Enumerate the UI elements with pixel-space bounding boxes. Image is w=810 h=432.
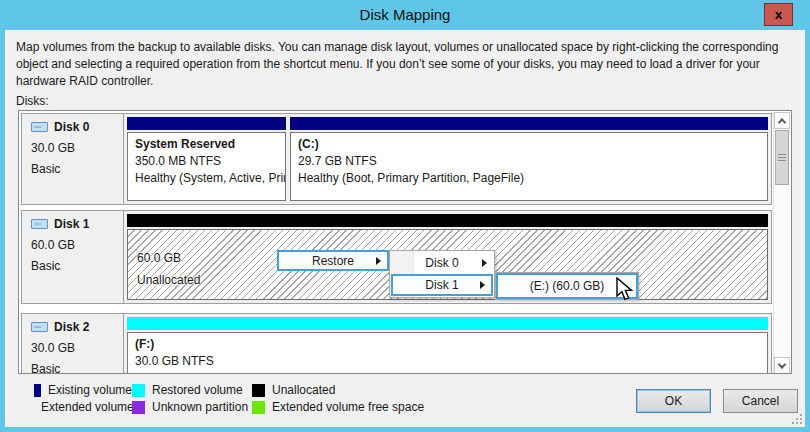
partition-status: Unallocated: [137, 269, 200, 291]
legend-unknown-partition: Unknown partition: [132, 399, 252, 415]
disk-0-info: Disk 0 30.0 GB Basic: [22, 114, 124, 204]
legend-label: Restored volume: [152, 383, 243, 397]
disk-list-scrollbar[interactable]: [773, 112, 790, 374]
restore-label: Restore: [312, 254, 354, 268]
disk-1-size: 60.0 GB: [31, 238, 121, 252]
target-volume-label: (E:) (60.0 GB): [530, 279, 605, 293]
submenu-item-disk-1[interactable]: Disk 1: [391, 274, 493, 296]
legend: Existing volume Restored volume Unalloca…: [34, 382, 424, 415]
disk-list: Disk 0 30.0 GB Basic System Reserved 350…: [18, 110, 792, 374]
disk-icon: [31, 322, 48, 332]
submenu-item-disk-0[interactable]: Disk 0: [391, 252, 493, 274]
disks-label: Disks:: [16, 94, 49, 108]
partition-color-band: [127, 214, 768, 227]
disk-0-menu-label: Disk 0: [425, 256, 458, 270]
partition-status: Healthy (System, Active, Primary Partiti…: [135, 170, 278, 187]
partition-info-box[interactable]: (F:) 30.0 GB NTFS: [127, 332, 768, 374]
disk-1-name: Disk 1: [54, 217, 89, 231]
disk-0-partitions: System Reserved 350.0 MB NTFS Healthy (S…: [124, 114, 771, 204]
dialog-title: Disk Mapping: [0, 0, 810, 30]
legend-label: Existing volume: [48, 383, 132, 397]
partition-title: System Reserved: [135, 136, 278, 153]
extended-volume-free-space-swatch: [252, 401, 265, 414]
disk-2-type: Basic: [31, 362, 121, 374]
chevron-down-icon: [778, 360, 786, 368]
partition-color-band: [127, 117, 286, 130]
legend-existing-volume: Existing volume: [34, 382, 132, 398]
submenu-item-target-volume[interactable]: (E:) (60.0 GB): [496, 273, 638, 299]
unallocated-text: 60.0 GB Unallocated: [137, 247, 200, 291]
chevron-up-icon: [778, 118, 786, 126]
legend-label: Extended volume: [41, 400, 134, 414]
disk-0-name: Disk 0: [54, 120, 89, 134]
scroll-up-button[interactable]: [774, 112, 790, 129]
disk-2-partitions: (F:) 30.0 GB NTFS: [124, 314, 771, 374]
partition-info-box[interactable]: (C:) 29.7 GB NTFS Healthy (Boot, Primary…: [290, 132, 768, 201]
disk-1-type: Basic: [31, 259, 121, 273]
legend-label: Unallocated: [272, 383, 335, 397]
scrollbar-grip-icon: [778, 154, 786, 162]
disk-1-name-row: Disk 1: [31, 217, 121, 231]
partition-color-band: [127, 317, 768, 330]
close-button[interactable]: x: [764, 3, 793, 26]
legend-unallocated: Unallocated: [252, 382, 424, 398]
partition-c[interactable]: (C:) 29.7 GB NTFS Healthy (Boot, Primary…: [290, 117, 768, 201]
restore-submenu: Disk 0 Disk 1: [389, 250, 495, 298]
legend-label: Extended volume free space: [272, 400, 424, 414]
restored-volume-swatch: [132, 384, 145, 397]
disk-row-2[interactable]: Disk 2 30.0 GB Basic (F:) 30.0 GB NTFS: [21, 313, 772, 374]
partition-size: 350.0 MB NTFS: [135, 153, 278, 170]
existing-volume-swatch: [34, 384, 41, 397]
disk-icon: [31, 122, 48, 132]
disk-mapping-dialog: Disk Mapping x Map volumes from the back…: [0, 0, 810, 432]
disk-icon: [31, 219, 48, 229]
partition-status: Healthy (Boot, Primary Partition, PageFi…: [298, 170, 760, 187]
legend-label: Unknown partition: [152, 400, 248, 414]
title-bar: Disk Mapping x: [0, 0, 810, 30]
disk-0-type: Basic: [31, 162, 121, 176]
dialog-content: Map volumes from the backup to available…: [5, 30, 805, 427]
partition-size: 30.0 GB NTFS: [135, 353, 760, 370]
partition-title: (F:): [135, 336, 760, 353]
disk-1-info: Disk 1 60.0 GB Basic: [22, 211, 124, 303]
partition-color-band: [290, 117, 768, 130]
partition-size: 29.7 GB NTFS: [298, 153, 760, 170]
disk-2-info: Disk 2 30.0 GB Basic: [22, 314, 124, 374]
unallocated-swatch: [252, 384, 265, 397]
disk-2-name-row: Disk 2: [31, 320, 121, 334]
partition-f[interactable]: (F:) 30.0 GB NTFS: [127, 317, 768, 374]
legend-extended-volume-free-space: Extended volume free space: [252, 399, 424, 415]
legend-restored-volume: Restored volume: [132, 382, 252, 398]
context-menu-restore[interactable]: Restore: [277, 250, 389, 271]
scroll-down-button[interactable]: [774, 357, 790, 374]
partition-system-reserved[interactable]: System Reserved 350.0 MB NTFS Healthy (S…: [127, 117, 286, 201]
resize-grip[interactable]: [792, 414, 802, 424]
scrollbar-thumb[interactable]: [775, 130, 789, 185]
partition-info-box[interactable]: System Reserved 350.0 MB NTFS Healthy (S…: [127, 132, 286, 201]
partition-size: 60.0 GB: [137, 247, 200, 269]
ok-button[interactable]: OK: [636, 389, 711, 413]
description-text: Map volumes from the backup to available…: [16, 39, 794, 90]
submenu-arrow-icon: [480, 281, 485, 289]
disk-2-size: 30.0 GB: [31, 341, 121, 355]
disk-0-name-row: Disk 0: [31, 120, 121, 134]
disk-row-0[interactable]: Disk 0 30.0 GB Basic System Reserved 350…: [21, 113, 772, 205]
legend-extended-volume: Extended volume: [34, 399, 132, 415]
disk-0-size: 30.0 GB: [31, 141, 121, 155]
unknown-partition-swatch: [132, 401, 145, 414]
submenu-arrow-icon: [482, 259, 487, 267]
cancel-button[interactable]: Cancel: [723, 389, 798, 413]
disk-2-name: Disk 2: [54, 320, 89, 334]
partition-title: (C:): [298, 136, 760, 153]
disk-1-menu-label: Disk 1: [425, 278, 458, 292]
submenu-arrow-icon: [376, 257, 381, 265]
